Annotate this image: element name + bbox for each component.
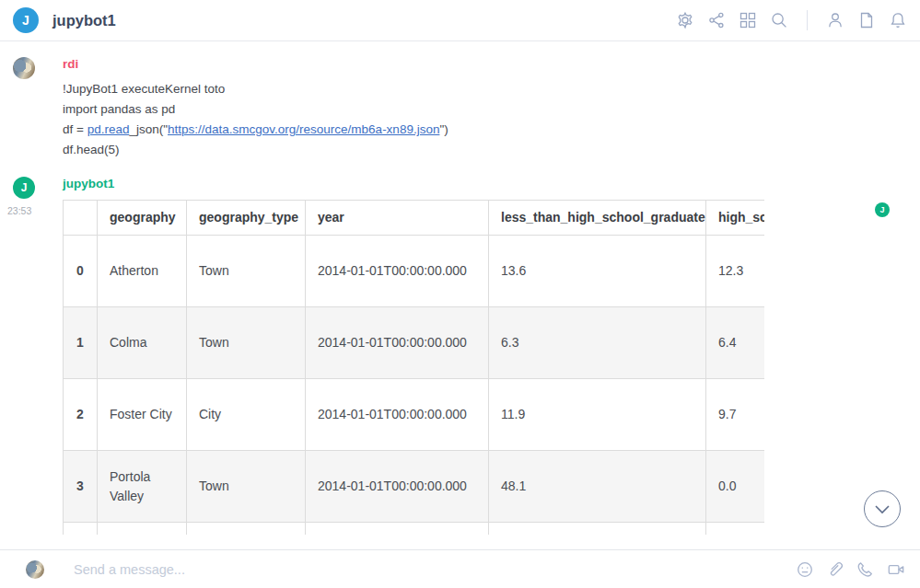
audio-call-icon[interactable] bbox=[856, 560, 875, 579]
scroll-to-bottom-button[interactable] bbox=[864, 490, 901, 527]
row-index-cell: 1 bbox=[64, 307, 98, 379]
user-avatar[interactable] bbox=[13, 57, 35, 79]
header-actions bbox=[676, 10, 907, 30]
message-line: !JupyBot1 executeKernel toto bbox=[63, 79, 920, 99]
table-cell: 6.3 bbox=[489, 307, 706, 379]
video-call-icon[interactable] bbox=[887, 560, 905, 579]
message-username[interactable]: jupybot1 bbox=[63, 177, 920, 190]
read-receipt-badge: J bbox=[875, 202, 890, 217]
table-cell: Colma bbox=[98, 307, 187, 379]
table-cell: 2014-01-01T00:00:00.000 bbox=[306, 451, 489, 523]
table-cell: Foster City bbox=[98, 379, 187, 451]
table-cell: 11.9 bbox=[489, 379, 706, 451]
dataframe-output: geographygeography_typeyearless_than_hig… bbox=[63, 200, 764, 535]
channel-avatar[interactable]: J bbox=[13, 7, 39, 33]
table-cell bbox=[706, 523, 765, 536]
message-username[interactable]: rdi bbox=[63, 57, 920, 71]
table-cell: 2014-01-01T00:00:00.000 bbox=[306, 379, 489, 451]
row-index-cell bbox=[64, 523, 98, 536]
message-list: rdi !JupyBot1 executeKernel totoimport p… bbox=[0, 41, 920, 549]
table-cell: 2014-01-01T00:00:00.000 bbox=[306, 307, 489, 379]
channel-header: J jupybot1 bbox=[0, 0, 920, 41]
message-text-segment: import pandas as pd bbox=[63, 102, 175, 116]
column-header: geography_type bbox=[187, 201, 306, 236]
message-link[interactable]: https://data.smcgov.org/resource/mb6a-xn… bbox=[168, 122, 439, 136]
message-line: df.head(5) bbox=[63, 140, 920, 160]
profile-icon[interactable] bbox=[826, 11, 844, 29]
table-row: 1ColmaTown2014-01-01T00:00:00.0006.36.4 bbox=[64, 307, 765, 379]
table-cell bbox=[98, 523, 187, 536]
self-avatar[interactable] bbox=[26, 560, 44, 579]
chevron-down-icon bbox=[864, 490, 901, 527]
document-icon[interactable] bbox=[857, 11, 876, 29]
table-cell: Town bbox=[187, 451, 306, 523]
emoji-icon[interactable] bbox=[796, 560, 814, 579]
channel-title: jupybot1 bbox=[52, 12, 116, 29]
table-cell bbox=[306, 523, 489, 536]
table-cell bbox=[187, 523, 306, 536]
message-text-segment: df.head(5) bbox=[63, 143, 120, 156]
column-header: high_school_graduate bbox=[706, 201, 765, 236]
table-cell: Town bbox=[187, 236, 306, 307]
table-cell: 9.7 bbox=[706, 379, 765, 451]
table-row bbox=[64, 523, 765, 536]
table-row: 2Foster CityCity2014-01-01T00:00:00.0001… bbox=[64, 379, 765, 451]
message-text-segment: df = bbox=[63, 122, 87, 136]
column-header: geography bbox=[98, 201, 187, 236]
table-cell: 48.1 bbox=[489, 451, 706, 523]
table-cell: City bbox=[187, 379, 306, 451]
message-timestamp: 23:53 bbox=[7, 205, 31, 216]
attachment-icon[interactable] bbox=[826, 560, 844, 579]
message-line: df = pd.read_json("https://data.smcgov.o… bbox=[63, 120, 920, 140]
dataframe-table: geographygeography_typeyearless_than_hig… bbox=[63, 200, 764, 535]
share-icon[interactable] bbox=[707, 11, 726, 29]
search-icon[interactable] bbox=[770, 11, 788, 29]
message-input[interactable] bbox=[74, 562, 796, 577]
table-cell: Town bbox=[187, 307, 306, 379]
message-text-segment: _json(" bbox=[129, 122, 168, 136]
notifications-icon[interactable] bbox=[889, 11, 907, 29]
table-row: 0AthertonTown2014-01-01T00:00:00.00013.6… bbox=[64, 236, 765, 307]
message-jupybot1: J 23:53 jupybot1 geographygeography_type… bbox=[0, 177, 920, 535]
table-cell bbox=[489, 523, 706, 536]
message-rdi: rdi !JupyBot1 executeKernel totoimport p… bbox=[0, 57, 920, 160]
apps-grid-icon[interactable] bbox=[739, 11, 757, 29]
table-cell: 2014-01-01T00:00:00.000 bbox=[306, 236, 489, 307]
row-index-cell: 2 bbox=[64, 379, 98, 451]
message-text-segment: !JupyBot1 executeKernel toto bbox=[63, 82, 225, 96]
message-text-segment: ") bbox=[439, 122, 448, 136]
column-header bbox=[64, 201, 98, 236]
table-cell: 0.0 bbox=[706, 451, 765, 523]
table-cell: 13.6 bbox=[489, 236, 706, 307]
message-composer bbox=[0, 549, 920, 588]
message-text: !JupyBot1 executeKernel totoimport panda… bbox=[63, 79, 920, 160]
bot-avatar[interactable]: J bbox=[13, 177, 35, 199]
column-header: year bbox=[306, 201, 489, 236]
table-cell: 12.3 bbox=[706, 236, 765, 307]
settings-icon[interactable] bbox=[676, 11, 694, 29]
table-row: 3Portola ValleyTown2014-01-01T00:00:00.0… bbox=[64, 451, 765, 523]
message-link[interactable]: pd.read bbox=[87, 122, 130, 136]
column-header: less_than_high_school_graduate bbox=[489, 201, 706, 236]
table-cell: Portola Valley bbox=[98, 451, 187, 523]
table-cell: Atherton bbox=[98, 236, 187, 307]
header-divider bbox=[807, 10, 808, 30]
table-header-row: geographygeography_typeyearless_than_hig… bbox=[64, 201, 765, 236]
row-index-cell: 3 bbox=[64, 451, 98, 523]
message-line: import pandas as pd bbox=[63, 99, 920, 120]
composer-actions bbox=[796, 560, 905, 579]
table-cell: 6.4 bbox=[706, 307, 765, 379]
row-index-cell: 0 bbox=[64, 236, 98, 307]
